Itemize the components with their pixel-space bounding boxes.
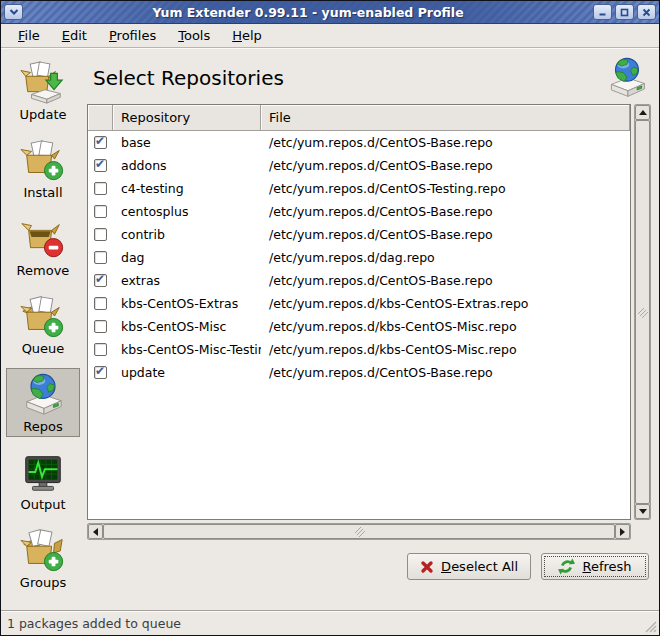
- sidebar-item-label: Install: [23, 185, 62, 200]
- table-row[interactable]: kbs-CentOS-Misc-Testing/etc/yum.repos.d/…: [88, 338, 630, 361]
- window-controls: [593, 4, 656, 20]
- menu-tools[interactable]: Tools: [169, 25, 219, 46]
- sidebar-item-groups[interactable]: Groups: [6, 524, 80, 593]
- page-title: Select Repositories: [93, 66, 284, 90]
- repo-checkbox[interactable]: [94, 182, 107, 195]
- table-row[interactable]: contrib/etc/yum.repos.d/CentOS-Base.repo: [88, 223, 630, 246]
- repo-name: dag: [113, 250, 261, 265]
- repository-table: Repository File base/etc/yum.repos.d/Cen…: [87, 104, 631, 520]
- arrow-up-icon: [639, 110, 647, 115]
- install-box-icon: [20, 138, 66, 184]
- repository-list: Repository File base/etc/yum.repos.d/Cen…: [87, 104, 651, 540]
- horizontal-scrollbar[interactable]: [87, 523, 631, 540]
- table-row[interactable]: dag/etc/yum.repos.d/dag.repo: [88, 246, 630, 269]
- chevron-down-icon: [9, 8, 19, 16]
- repo-checkbox[interactable]: [94, 159, 107, 172]
- globe-drive-icon: [20, 372, 66, 418]
- scroll-down-button[interactable]: [635, 504, 650, 519]
- action-buttons: Deselect All Refresh: [87, 540, 651, 580]
- table-row[interactable]: update/etc/yum.repos.d/CentOS-Base.repo: [88, 361, 630, 384]
- repo-checkbox[interactable]: [94, 205, 107, 218]
- table-row[interactable]: kbs-CentOS-Extras/etc/yum.repos.d/kbs-Ce…: [88, 292, 630, 315]
- vertical-scrollbar-thumb[interactable]: [635, 120, 650, 504]
- sidebar-item-label: Remove: [17, 263, 70, 278]
- scroll-up-button[interactable]: [635, 105, 650, 120]
- table-row[interactable]: addons/etc/yum.repos.d/CentOS-Base.repo: [88, 154, 630, 177]
- sidebar-item-queue[interactable]: Queue: [6, 290, 80, 359]
- groups-boxes-icon: [20, 528, 66, 574]
- repo-file: /etc/yum.repos.d/CentOS-Base.repo: [261, 158, 630, 173]
- sidebar-item-update[interactable]: Update: [6, 56, 80, 125]
- table-row[interactable]: extras/etc/yum.repos.d/CentOS-Base.repo: [88, 269, 630, 292]
- repo-checkbox[interactable]: [94, 297, 107, 310]
- table-row[interactable]: kbs-CentOS-Misc/etc/yum.repos.d/kbs-Cent…: [88, 315, 630, 338]
- maximize-button[interactable]: [615, 4, 634, 20]
- scroll-left-button[interactable]: [88, 524, 103, 539]
- sidebar-item-remove[interactable]: Remove: [6, 212, 80, 281]
- arrow-right-icon: [620, 528, 625, 536]
- table-header: Repository File: [88, 105, 630, 131]
- repo-file: /etc/yum.repos.d/CentOS-Base.repo: [261, 227, 630, 242]
- repo-checkbox[interactable]: [94, 228, 107, 241]
- repo-checkbox[interactable]: [94, 343, 107, 356]
- sidebar-item-label: Repos: [23, 419, 62, 434]
- refresh-icon: [558, 558, 575, 575]
- repo-checkbox[interactable]: [94, 274, 107, 287]
- repo-checkbox[interactable]: [94, 251, 107, 264]
- deselect-all-label: Deselect All: [441, 559, 518, 574]
- menu-edit[interactable]: Edit: [53, 25, 96, 46]
- refresh-button[interactable]: Refresh: [541, 553, 649, 580]
- repo-file: /etc/yum.repos.d/CentOS-Testing.repo: [261, 181, 630, 196]
- repo-file: /etc/yum.repos.d/CentOS-Base.repo: [261, 273, 630, 288]
- table-row[interactable]: centosplus/etc/yum.repos.d/CentOS-Base.r…: [88, 200, 630, 223]
- arrow-down-icon: [639, 509, 647, 514]
- statusbar: 1 packages added to queue: [1, 610, 659, 635]
- table-row[interactable]: base/etc/yum.repos.d/CentOS-Base.repo: [88, 131, 630, 154]
- sidebar-item-install[interactable]: Install: [6, 134, 80, 203]
- menu-help[interactable]: Help: [223, 25, 271, 46]
- minimize-button[interactable]: [593, 4, 612, 20]
- menubar: File Edit Profiles Tools Help: [1, 24, 659, 48]
- column-header-checkbox[interactable]: [88, 105, 113, 131]
- menu-file[interactable]: File: [9, 25, 49, 46]
- sidebar-item-repos[interactable]: Repos: [6, 368, 80, 437]
- repo-name: contrib: [113, 227, 261, 242]
- column-header-file[interactable]: File: [261, 105, 630, 131]
- repo-checkbox[interactable]: [94, 136, 107, 149]
- deselect-all-button[interactable]: Deselect All: [407, 553, 531, 580]
- table-body: base/etc/yum.repos.d/CentOS-Base.repoadd…: [88, 131, 630, 519]
- window-menu-button[interactable]: [4, 4, 23, 20]
- repo-file: /etc/yum.repos.d/kbs-CentOS-Extras.repo: [261, 296, 630, 311]
- repo-name: base: [113, 135, 261, 150]
- repo-name: extras: [113, 273, 261, 288]
- close-button[interactable]: [637, 4, 656, 20]
- horizontal-scrollbar-thumb[interactable]: [103, 524, 615, 539]
- menu-profiles[interactable]: Profiles: [100, 25, 165, 46]
- refresh-label: Refresh: [582, 559, 631, 574]
- sidebar-item-label: Update: [19, 107, 66, 122]
- update-box-icon: [20, 60, 66, 106]
- resize-grip[interactable]: [644, 620, 657, 633]
- repo-name: update: [113, 365, 261, 380]
- repo-checkbox[interactable]: [94, 320, 107, 333]
- red-x-icon: [420, 560, 434, 574]
- window-title: Yum Extender 0.99.11 - yum-enabled Profi…: [27, 5, 589, 20]
- sidebar-item-output[interactable]: Output: [6, 446, 80, 515]
- repo-file: /etc/yum.repos.d/kbs-CentOS-Misc.repo: [261, 342, 630, 357]
- scroll-right-button[interactable]: [615, 524, 630, 539]
- repo-name: c4-testing: [113, 181, 261, 196]
- repo-file: /etc/yum.repos.d/CentOS-Base.repo: [261, 204, 630, 219]
- main-content: Select Repositories Repository Fi: [85, 48, 659, 610]
- repo-name: addons: [113, 158, 261, 173]
- column-header-repository[interactable]: Repository: [113, 105, 261, 131]
- vertical-scrollbar[interactable]: [634, 104, 651, 520]
- repo-name: kbs-CentOS-Misc-Testing: [113, 342, 261, 357]
- minimize-icon: [598, 8, 607, 17]
- titlebar: Yum Extender 0.99.11 - yum-enabled Profi…: [1, 1, 659, 24]
- close-icon: [642, 8, 651, 17]
- repo-checkbox[interactable]: [94, 366, 107, 379]
- table-row[interactable]: c4-testing/etc/yum.repos.d/CentOS-Testin…: [88, 177, 630, 200]
- repo-file: /etc/yum.repos.d/CentOS-Base.repo: [261, 365, 630, 380]
- repo-name: kbs-CentOS-Misc: [113, 319, 261, 334]
- app-window: Yum Extender 0.99.11 - yum-enabled Profi…: [0, 0, 660, 636]
